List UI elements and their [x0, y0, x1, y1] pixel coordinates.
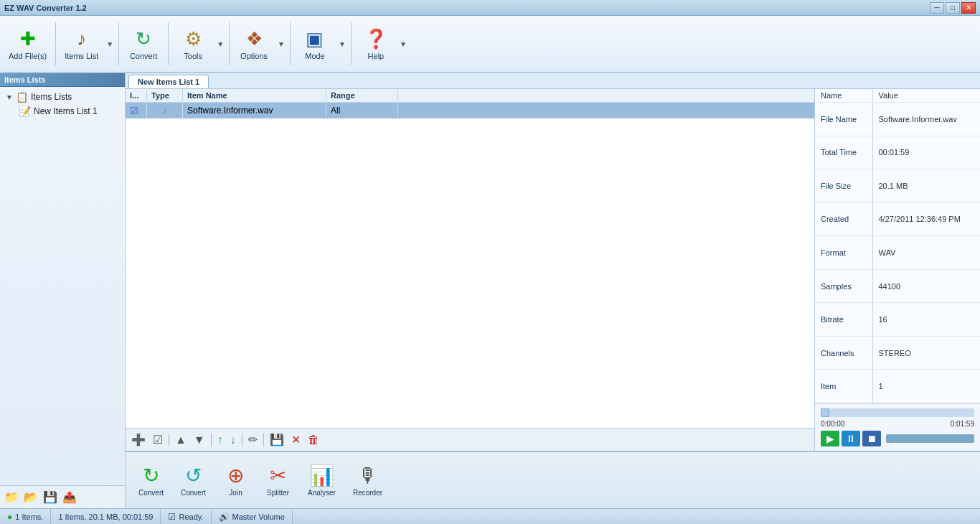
flt-delete-button[interactable]: ✕	[288, 431, 303, 448]
flt-clear-button[interactable]: 🗑	[305, 432, 322, 448]
close-button[interactable]: ✕	[961, 2, 976, 14]
props-row-name: Channels	[815, 336, 872, 370]
flt-up-button[interactable]: ▲	[172, 432, 189, 448]
stop-button[interactable]: ⏹	[862, 431, 881, 446]
expand-icon: ▼	[6, 93, 13, 101]
props-row-value: 20.1 MB	[872, 169, 980, 203]
music-file-icon: ♪	[162, 105, 167, 116]
bottom-convert1-label: Convert	[138, 489, 164, 497]
props-value-header: Value	[872, 89, 980, 103]
sidebar-child-item[interactable]: 📝 New Items List 1	[3, 104, 122, 118]
pause-button[interactable]: ⏸	[842, 431, 860, 446]
options-label: Options	[240, 52, 268, 60]
sidebar-export-button[interactable]: 📤	[61, 489, 78, 505]
col-header-type: Type	[147, 89, 183, 102]
help-label: Help	[368, 52, 385, 60]
tools-group: ⚙ Tools ▼	[171, 19, 226, 69]
mode-label: Mode	[305, 52, 325, 60]
options-icon: ❖	[246, 28, 263, 50]
props-row-value: STEREO	[872, 336, 980, 370]
flt-separator-4	[263, 434, 264, 446]
mode-dropdown-arrow[interactable]: ▼	[336, 40, 348, 48]
props-row-value: 44100	[872, 269, 980, 303]
minimize-button[interactable]: ─	[930, 2, 944, 14]
add-files-label: Add File(s)	[9, 52, 47, 60]
props-row: Created4/27/2011 12:36:49 PM	[815, 202, 980, 236]
options-dropdown-arrow[interactable]: ▼	[275, 40, 287, 48]
list-item-icon: 📝	[19, 106, 31, 117]
status-items-count: ● 1 Items.	[0, 509, 51, 524]
bottom-analyser-icon: 📊	[309, 464, 334, 487]
flt-down-button[interactable]: ▼	[191, 432, 208, 448]
bottom-convert1-icon: ↻	[143, 464, 159, 487]
bottom-convert2-button[interactable]: ↺ Convert	[174, 455, 213, 505]
mode-button[interactable]: ▣ Mode	[293, 19, 336, 69]
items-list-label: Items List	[65, 52, 98, 60]
flt-move-down-button[interactable]: ↓	[227, 432, 239, 448]
help-dropdown-arrow[interactable]: ▼	[397, 40, 409, 48]
file-list-panel: I... Type Item Name Range ☑ ♪ Software.I…	[126, 89, 815, 451]
col-header-range: Range	[326, 89, 398, 102]
progress-bar[interactable]	[821, 408, 974, 417]
sidebar-child-label: New Items List 1	[34, 106, 98, 116]
properties-panel: Name Value File NameSoftware.Informer.wa…	[815, 89, 980, 451]
items-list-icon: ♪	[77, 28, 86, 50]
tab-new-items-list-1[interactable]: New Items List 1	[128, 75, 209, 88]
bottom-analyser-button[interactable]: 📊 Analyser	[301, 455, 343, 505]
bottom-splitter-icon: ✂	[270, 464, 286, 487]
flt-save-button[interactable]: 💾	[267, 431, 287, 448]
bottom-toolbar: ↻ Convert ↺ Convert ⊕ Join ✂ Splitter 📊 …	[126, 451, 980, 508]
sidebar-add-button[interactable]: 📁	[3, 489, 20, 505]
props-row: FormatWAV	[815, 236, 980, 270]
tools-label: Tools	[184, 52, 202, 60]
bottom-convert1-button[interactable]: ↻ Convert	[131, 455, 171, 505]
tools-icon: ⚙	[185, 28, 202, 50]
volume-icon: 🔊	[219, 512, 230, 522]
progress-thumb[interactable]	[821, 408, 829, 417]
convert-button[interactable]: ↻ Convert	[122, 19, 165, 69]
bottom-analyser-label: Analyser	[308, 489, 336, 497]
props-row: ChannelsSTEREO	[815, 336, 980, 370]
status-detail-text: 1 Items, 20.1 MB, 00:01:59	[58, 513, 153, 521]
help-button[interactable]: ❓ Help	[354, 19, 397, 69]
flt-edit-button[interactable]: ✏	[245, 431, 260, 448]
bottom-splitter-button[interactable]: ✂ Splitter	[258, 455, 298, 505]
props-row: Bitrate16	[815, 303, 980, 337]
bottom-join-icon: ⊕	[227, 464, 244, 487]
sidebar-root-label: Items Lists	[31, 92, 72, 102]
maximize-button[interactable]: □	[946, 2, 960, 14]
sidebar-open-button[interactable]: 📂	[22, 489, 39, 505]
bottom-recorder-button[interactable]: 🎙 Recorder	[346, 455, 390, 505]
items-list-dropdown-arrow[interactable]: ▼	[104, 40, 116, 48]
volume-slider[interactable]	[886, 434, 974, 443]
tools-dropdown-arrow[interactable]: ▼	[215, 40, 226, 48]
options-button[interactable]: ❖ Options	[232, 19, 275, 69]
add-files-button[interactable]: ✚ Add File(s)	[3, 19, 52, 69]
sidebar-save-button[interactable]: 💾	[42, 489, 59, 505]
play-button[interactable]: ▶	[821, 431, 839, 446]
file-cell-name: Software.Informer.wav	[183, 103, 326, 118]
props-row: Samples44100	[815, 269, 980, 303]
bottom-join-button[interactable]: ⊕ Join	[216, 455, 255, 505]
items-list-button[interactable]: ♪ Items List	[59, 19, 104, 69]
props-row: File Size20.1 MB	[815, 169, 980, 203]
props-row-name: Total Time	[815, 136, 872, 169]
toolbar-separator-4	[229, 22, 230, 65]
col-header-index: I...	[126, 89, 147, 102]
mode-group: ▣ Mode ▼	[293, 19, 348, 69]
flt-move-up-button[interactable]: ↑	[215, 432, 226, 448]
file-cell-index: ☑	[126, 103, 147, 118]
convert-icon: ↻	[136, 28, 151, 50]
props-row-name: Item	[815, 370, 872, 403]
file-row[interactable]: ☑ ♪ Software.Informer.wav All	[126, 103, 814, 118]
sidebar-tree: ▼ 📋 Items Lists 📝 New Items List 1	[0, 87, 125, 485]
flt-add-button[interactable]: ➕	[128, 431, 149, 448]
help-group: ❓ Help ▼	[354, 19, 409, 69]
tools-button[interactable]: ⚙ Tools	[171, 19, 215, 69]
sidebar-root-item[interactable]: ▼ 📋 Items Lists	[3, 90, 122, 104]
flt-separator-3	[242, 434, 242, 446]
items-list-tree-icon: 📋	[16, 91, 28, 103]
status-ok-icon: ●	[7, 512, 12, 522]
status-volume-text: Master Volume	[232, 513, 285, 521]
flt-check-button[interactable]: ☑	[150, 431, 166, 448]
